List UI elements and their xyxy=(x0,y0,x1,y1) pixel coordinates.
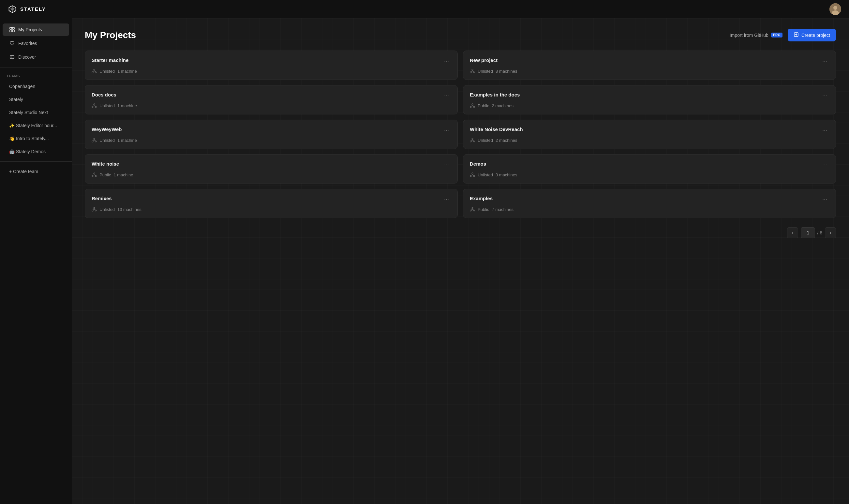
project-name: WeyWeyWeb xyxy=(92,126,122,132)
project-card[interactable]: WeyWeyWeb ··· Unlisted 1 machine xyxy=(85,120,458,149)
svg-rect-3 xyxy=(10,28,12,29)
heart-icon xyxy=(9,40,15,46)
import-from-github-button[interactable]: Import from GitHub PRO xyxy=(730,33,782,38)
project-menu-button[interactable]: ··· xyxy=(442,161,451,168)
project-card[interactable]: Examples in the docs ··· Public 2 machin… xyxy=(463,85,836,114)
create-icon xyxy=(794,32,799,38)
project-card-header: Demos ··· xyxy=(470,161,829,168)
user-avatar[interactable] xyxy=(829,3,841,15)
sidebar-item-team-copenhagen[interactable]: Copenhagen xyxy=(3,80,69,92)
project-card[interactable]: Docs docs ··· Unlisted 1 machine xyxy=(85,85,458,114)
project-name: Starter machine xyxy=(92,57,128,63)
project-menu-button[interactable]: ··· xyxy=(820,92,829,99)
project-name: Demos xyxy=(470,161,486,167)
svg-point-28 xyxy=(92,175,93,177)
team-stately-demos-label: 🤖 Stately Demos xyxy=(9,149,46,154)
project-card[interactable]: White Noise DevReach ··· Unlisted 2 mach… xyxy=(463,120,836,149)
project-card[interactable]: Examples ··· Public 7 machines xyxy=(463,189,836,218)
svg-point-35 xyxy=(95,210,96,211)
import-label: Import from GitHub xyxy=(730,33,769,38)
project-meta: Unlisted 8 machines xyxy=(470,69,829,74)
svg-point-37 xyxy=(470,210,471,211)
sidebar-item-create-team[interactable]: + Create team xyxy=(3,166,69,177)
project-card-header: New project ··· xyxy=(470,57,829,65)
project-visibility: Unlisted xyxy=(100,69,115,74)
project-type-icon xyxy=(92,69,97,74)
svg-point-11 xyxy=(95,72,96,73)
project-name: White Noise DevReach xyxy=(470,126,523,132)
project-machines: 13 machines xyxy=(118,207,142,212)
project-name: New project xyxy=(470,57,498,63)
sidebar-item-discover[interactable]: Discover xyxy=(3,51,69,63)
project-type-icon xyxy=(470,138,475,143)
project-machines: 2 machines xyxy=(492,103,513,108)
sidebar-item-favorites[interactable]: Favorites xyxy=(3,37,69,50)
project-card-header: Remixes ··· xyxy=(92,196,451,203)
svg-point-26 xyxy=(473,141,475,142)
project-visibility: Unlisted xyxy=(477,138,493,143)
project-machines: 1 machine xyxy=(118,69,137,74)
svg-point-23 xyxy=(95,141,96,142)
project-meta: Unlisted 1 machine xyxy=(92,69,451,74)
svg-rect-6 xyxy=(12,30,14,32)
svg-point-31 xyxy=(470,175,471,177)
project-visibility: Unlisted xyxy=(100,207,115,212)
sidebar-item-team-stately-demos[interactable]: 🤖 Stately Demos xyxy=(3,146,69,158)
project-meta: Unlisted 13 machines xyxy=(92,207,451,212)
project-menu-button[interactable]: ··· xyxy=(820,126,829,134)
svg-point-15 xyxy=(94,104,95,105)
pagination-prev-button[interactable]: ‹ xyxy=(787,227,798,238)
sidebar-item-team-stately-editor-hour[interactable]: ✨ Stately Editor hour... xyxy=(3,120,69,131)
team-stately-studio-next-label: Stately Studio Next xyxy=(9,110,48,115)
project-machines: 1 machine xyxy=(113,173,133,177)
svg-point-21 xyxy=(94,138,95,140)
svg-point-19 xyxy=(470,106,471,108)
project-menu-button[interactable]: ··· xyxy=(442,92,451,99)
sidebar-item-team-stately[interactable]: Stately xyxy=(3,93,69,105)
project-meta: Unlisted 3 machines xyxy=(470,172,829,177)
project-card[interactable]: Remixes ··· Unlisted 13 machines xyxy=(85,189,458,218)
sidebar-my-projects-label: My Projects xyxy=(18,27,42,32)
project-menu-button[interactable]: ··· xyxy=(820,57,829,65)
pro-badge: PRO xyxy=(771,33,782,37)
header-actions: Import from GitHub PRO Create project xyxy=(730,29,836,41)
page-input-area: / 6 xyxy=(801,227,822,238)
project-name: Remixes xyxy=(92,196,112,201)
project-menu-button[interactable]: ··· xyxy=(442,126,451,134)
project-card[interactable]: Starter machine ··· Unlisted 1 machine xyxy=(85,51,458,80)
pagination-next-button[interactable]: › xyxy=(825,227,836,238)
project-machines: 2 machines xyxy=(495,138,517,143)
page-header: My Projects Import from GitHub PRO Creat… xyxy=(85,29,836,41)
project-menu-button[interactable]: ··· xyxy=(442,196,451,203)
project-menu-button[interactable]: ··· xyxy=(820,196,829,203)
projects-icon xyxy=(9,27,15,33)
project-card[interactable]: Demos ··· Unlisted 3 machines xyxy=(463,154,836,183)
project-card[interactable]: White noise ··· Public 1 machine xyxy=(85,154,458,183)
sidebar-item-team-intro-to-stately[interactable]: 👋 Intro to Stately... xyxy=(3,133,69,144)
svg-point-34 xyxy=(92,210,93,211)
project-machines: 1 machine xyxy=(118,103,137,108)
page-number-input[interactable] xyxy=(801,227,815,238)
project-visibility: Public xyxy=(100,173,111,177)
project-name: Docs docs xyxy=(92,92,116,97)
sidebar-item-team-stately-studio-next[interactable]: Stately Studio Next xyxy=(3,107,69,118)
project-meta: Public 7 machines xyxy=(470,207,829,212)
project-card[interactable]: New project ··· Unlisted 8 machines xyxy=(463,51,836,80)
project-visibility: Public xyxy=(477,207,489,212)
project-type-icon xyxy=(470,207,475,212)
svg-point-38 xyxy=(473,210,475,211)
svg-point-13 xyxy=(470,72,471,73)
brand: STATELY xyxy=(8,4,46,14)
page-title: My Projects xyxy=(85,30,136,40)
svg-point-20 xyxy=(473,106,475,108)
project-machines: 7 machines xyxy=(492,207,513,212)
project-card-header: Starter machine ··· xyxy=(92,57,451,65)
create-project-button[interactable]: Create project xyxy=(788,29,836,41)
project-card-header: Examples ··· xyxy=(470,196,829,203)
project-meta: Unlisted 1 machine xyxy=(92,138,451,143)
team-intro-to-stately-label: 👋 Intro to Stately... xyxy=(9,136,49,141)
project-menu-button[interactable]: ··· xyxy=(820,161,829,168)
project-meta: Unlisted 1 machine xyxy=(92,103,451,108)
sidebar-item-my-projects[interactable]: My Projects xyxy=(3,23,69,36)
project-menu-button[interactable]: ··· xyxy=(442,57,451,65)
